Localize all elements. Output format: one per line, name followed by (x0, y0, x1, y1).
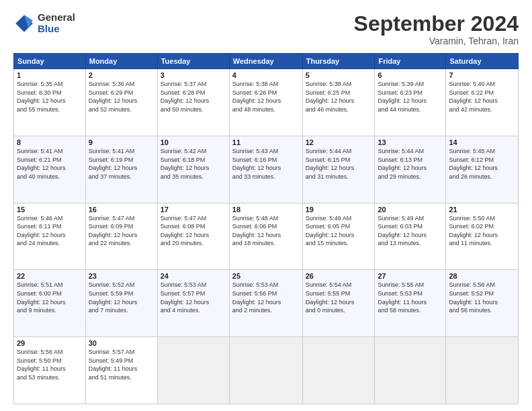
calendar-week-2: 8Sunrise: 5:41 AM Sunset: 6:21 PM Daylig… (14, 136, 519, 203)
day-info: Sunrise: 5:56 AM Sunset: 5:50 PM Dayligh… (17, 348, 83, 381)
day-number: 14 (449, 138, 515, 146)
day-number: 10 (161, 138, 226, 146)
day-info: Sunrise: 5:52 AM Sunset: 5:59 PM Dayligh… (89, 281, 154, 314)
day-number: 25 (232, 272, 300, 280)
day-number: 11 (232, 138, 300, 146)
day-number: 23 (89, 272, 154, 280)
day-info: Sunrise: 5:44 AM Sunset: 6:13 PM Dayligh… (378, 147, 443, 181)
table-row: 18Sunrise: 5:48 AM Sunset: 6:06 PM Dayli… (229, 203, 302, 270)
table-row (375, 337, 446, 404)
day-info: Sunrise: 5:50 AM Sunset: 6:02 PM Dayligh… (449, 214, 515, 248)
table-row (157, 337, 229, 404)
logo-blue-text: Blue (38, 24, 75, 35)
table-row: 13Sunrise: 5:44 AM Sunset: 6:13 PM Dayli… (375, 136, 446, 203)
calendar-week-3: 15Sunrise: 5:46 AM Sunset: 6:11 PM Dayli… (14, 203, 519, 270)
day-info: Sunrise: 5:48 AM Sunset: 6:06 PM Dayligh… (232, 214, 300, 248)
day-info: Sunrise: 5:38 AM Sunset: 6:26 PM Dayligh… (232, 80, 300, 113)
table-row: 10Sunrise: 5:42 AM Sunset: 6:18 PM Dayli… (157, 136, 229, 203)
day-number: 29 (17, 339, 83, 347)
day-info: Sunrise: 5:49 AM Sunset: 6:05 PM Dayligh… (306, 214, 372, 248)
day-info: Sunrise: 5:45 AM Sunset: 6:12 PM Dayligh… (449, 147, 515, 181)
table-row: 28Sunrise: 5:56 AM Sunset: 5:52 PM Dayli… (446, 270, 519, 337)
col-thursday: Thursday (302, 54, 375, 69)
calendar-table: Sunday Monday Tuesday Wednesday Thursday… (13, 53, 519, 404)
table-row: 12Sunrise: 5:44 AM Sunset: 6:15 PM Dayli… (302, 136, 375, 203)
day-number: 24 (161, 272, 226, 280)
table-row: 27Sunrise: 5:55 AM Sunset: 5:53 PM Dayli… (375, 270, 446, 337)
day-info: Sunrise: 5:47 AM Sunset: 6:09 PM Dayligh… (89, 214, 154, 248)
day-info: Sunrise: 5:54 AM Sunset: 5:55 PM Dayligh… (306, 281, 372, 314)
day-info: Sunrise: 5:35 AM Sunset: 6:30 PM Dayligh… (17, 80, 83, 113)
title-block: September 2024 Varamin, Tehran, Iran (354, 12, 519, 46)
col-saturday: Saturday (446, 54, 519, 69)
table-row: 20Sunrise: 5:49 AM Sunset: 6:03 PM Dayli… (375, 203, 446, 270)
day-number: 12 (306, 138, 372, 146)
table-row: 8Sunrise: 5:41 AM Sunset: 6:21 PM Daylig… (14, 136, 86, 203)
table-row: 21Sunrise: 5:50 AM Sunset: 6:02 PM Dayli… (446, 203, 519, 270)
logo-text: General Blue (38, 12, 75, 34)
table-row: 30Sunrise: 5:57 AM Sunset: 5:49 PM Dayli… (85, 337, 157, 404)
day-number: 8 (17, 138, 83, 146)
day-number: 27 (378, 272, 443, 280)
table-row (446, 337, 519, 404)
day-info: Sunrise: 5:41 AM Sunset: 6:19 PM Dayligh… (89, 147, 154, 181)
day-info: Sunrise: 5:57 AM Sunset: 5:49 PM Dayligh… (89, 348, 154, 381)
day-info: Sunrise: 5:42 AM Sunset: 6:18 PM Dayligh… (161, 147, 226, 181)
day-number: 6 (378, 71, 443, 79)
table-row: 25Sunrise: 5:53 AM Sunset: 5:56 PM Dayli… (229, 270, 302, 337)
table-row: 7Sunrise: 5:40 AM Sunset: 6:22 PM Daylig… (446, 69, 519, 136)
calendar-header-row: Sunday Monday Tuesday Wednesday Thursday… (14, 54, 519, 69)
table-row: 29Sunrise: 5:56 AM Sunset: 5:50 PM Dayli… (14, 337, 86, 404)
table-row: 5Sunrise: 5:38 AM Sunset: 6:25 PM Daylig… (302, 69, 375, 136)
calendar-week-5: 29Sunrise: 5:56 AM Sunset: 5:50 PM Dayli… (14, 337, 519, 404)
table-row: 3Sunrise: 5:37 AM Sunset: 6:28 PM Daylig… (157, 69, 229, 136)
table-row (229, 337, 302, 404)
day-info: Sunrise: 5:53 AM Sunset: 5:56 PM Dayligh… (232, 281, 300, 314)
location: Varamin, Tehran, Iran (354, 36, 519, 46)
table-row: 26Sunrise: 5:54 AM Sunset: 5:55 PM Dayli… (302, 270, 375, 337)
table-row: 23Sunrise: 5:52 AM Sunset: 5:59 PM Dayli… (85, 270, 157, 337)
table-row: 9Sunrise: 5:41 AM Sunset: 6:19 PM Daylig… (85, 136, 157, 203)
day-info: Sunrise: 5:44 AM Sunset: 6:15 PM Dayligh… (306, 147, 372, 181)
day-info: Sunrise: 5:46 AM Sunset: 6:11 PM Dayligh… (17, 214, 83, 248)
month-title: September 2024 (354, 12, 519, 36)
day-number: 4 (232, 71, 300, 79)
day-number: 2 (89, 71, 154, 79)
table-row: 19Sunrise: 5:49 AM Sunset: 6:05 PM Dayli… (302, 203, 375, 270)
table-row (302, 337, 375, 404)
logo-icon (13, 13, 35, 34)
day-info: Sunrise: 5:51 AM Sunset: 6:00 PM Dayligh… (17, 281, 83, 314)
day-number: 7 (449, 71, 515, 79)
day-number: 28 (449, 272, 515, 280)
col-tuesday: Tuesday (157, 54, 229, 69)
day-number: 21 (449, 205, 515, 214)
table-row: 1Sunrise: 5:35 AM Sunset: 6:30 PM Daylig… (14, 69, 86, 136)
day-info: Sunrise: 5:38 AM Sunset: 6:25 PM Dayligh… (306, 80, 372, 113)
table-row: 22Sunrise: 5:51 AM Sunset: 6:00 PM Dayli… (14, 270, 86, 337)
col-wednesday: Wednesday (229, 54, 302, 69)
col-monday: Monday (85, 54, 157, 69)
day-number: 15 (17, 205, 83, 214)
calendar-week-1: 1Sunrise: 5:35 AM Sunset: 6:30 PM Daylig… (14, 69, 519, 136)
day-info: Sunrise: 5:43 AM Sunset: 6:16 PM Dayligh… (232, 147, 300, 181)
day-number: 20 (378, 205, 443, 214)
day-number: 19 (306, 205, 372, 214)
table-row: 14Sunrise: 5:45 AM Sunset: 6:12 PM Dayli… (446, 136, 519, 203)
day-number: 9 (89, 138, 154, 146)
table-row: 4Sunrise: 5:38 AM Sunset: 6:26 PM Daylig… (229, 69, 302, 136)
day-number: 22 (17, 272, 83, 280)
table-row: 11Sunrise: 5:43 AM Sunset: 6:16 PM Dayli… (229, 136, 302, 203)
table-row: 16Sunrise: 5:47 AM Sunset: 6:09 PM Dayli… (85, 203, 157, 270)
day-info: Sunrise: 5:39 AM Sunset: 6:23 PM Dayligh… (378, 80, 443, 113)
calendar-week-4: 22Sunrise: 5:51 AM Sunset: 6:00 PM Dayli… (14, 270, 519, 337)
day-info: Sunrise: 5:53 AM Sunset: 5:57 PM Dayligh… (161, 281, 226, 314)
day-info: Sunrise: 5:36 AM Sunset: 6:29 PM Dayligh… (89, 80, 154, 113)
day-info: Sunrise: 5:55 AM Sunset: 5:53 PM Dayligh… (378, 281, 443, 314)
table-row: 6Sunrise: 5:39 AM Sunset: 6:23 PM Daylig… (375, 69, 446, 136)
day-number: 17 (161, 205, 226, 214)
table-row: 15Sunrise: 5:46 AM Sunset: 6:11 PM Dayli… (14, 203, 86, 270)
col-sunday: Sunday (14, 54, 86, 69)
table-row: 2Sunrise: 5:36 AM Sunset: 6:29 PM Daylig… (85, 69, 157, 136)
day-info: Sunrise: 5:47 AM Sunset: 6:08 PM Dayligh… (161, 214, 226, 248)
day-info: Sunrise: 5:56 AM Sunset: 5:52 PM Dayligh… (449, 281, 515, 314)
